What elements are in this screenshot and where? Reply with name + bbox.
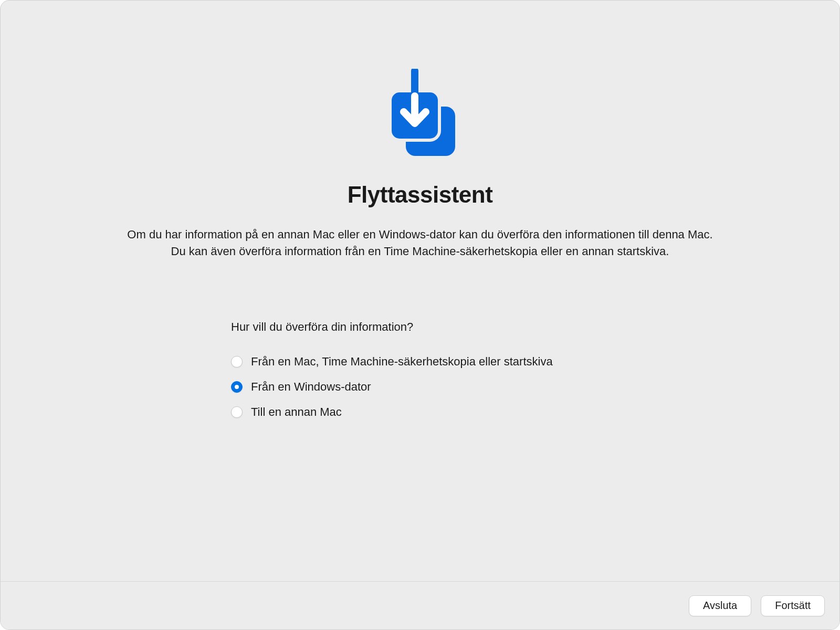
radio-label: Till en annan Mac bbox=[251, 405, 342, 419]
migration-icon bbox=[378, 69, 462, 163]
option-to-mac[interactable]: Till en annan Mac bbox=[231, 405, 620, 419]
transfer-question: Hur vill du överföra din information? bbox=[231, 320, 620, 334]
continue-button[interactable]: Fortsätt bbox=[761, 595, 825, 616]
quit-button[interactable]: Avsluta bbox=[689, 595, 751, 616]
option-from-mac[interactable]: Från en Mac, Time Machine-säkerhetskopia… bbox=[231, 355, 620, 369]
radio-indicator bbox=[231, 356, 243, 368]
option-from-windows[interactable]: Från en Windows-dator bbox=[231, 380, 620, 394]
radio-label: Från en Windows-dator bbox=[251, 380, 371, 394]
footer-bar: Avsluta Fortsätt bbox=[1, 581, 839, 629]
page-description: Om du har information på en annan Mac el… bbox=[105, 226, 735, 260]
radio-indicator bbox=[231, 406, 243, 418]
transfer-options-group: Från en Mac, Time Machine-säkerhetskopia… bbox=[231, 355, 620, 419]
radio-label: Från en Mac, Time Machine-säkerhetskopia… bbox=[251, 355, 553, 369]
main-content: Flyttassistent Om du har information på … bbox=[1, 1, 839, 581]
page-title: Flyttassistent bbox=[348, 182, 493, 208]
options-section: Hur vill du överföra din information? Fr… bbox=[220, 320, 620, 419]
migration-assistant-window: Flyttassistent Om du har information på … bbox=[0, 0, 840, 630]
radio-indicator bbox=[231, 381, 243, 393]
